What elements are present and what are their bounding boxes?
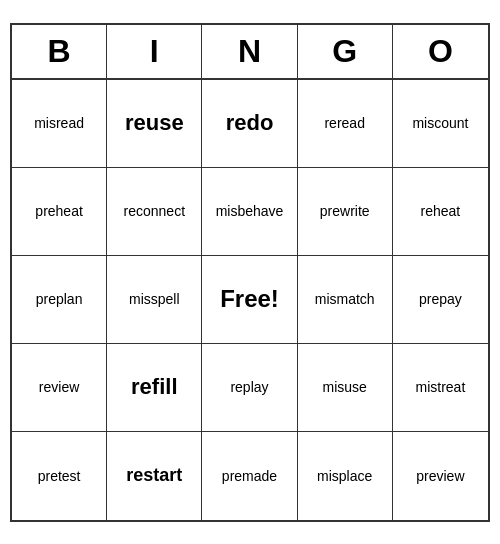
bingo-cell: restart	[107, 432, 202, 520]
bingo-cell: misuse	[298, 344, 393, 432]
bingo-cell: miscount	[393, 80, 488, 168]
header-letter: O	[393, 25, 488, 78]
bingo-grid: misreadreuseredorereadmiscountpreheatrec…	[12, 80, 488, 520]
bingo-cell: review	[12, 344, 107, 432]
bingo-cell: refill	[107, 344, 202, 432]
bingo-cell: preheat	[12, 168, 107, 256]
bingo-cell: misspell	[107, 256, 202, 344]
bingo-cell: mismatch	[298, 256, 393, 344]
bingo-cell: preview	[393, 432, 488, 520]
bingo-cell: misplace	[298, 432, 393, 520]
bingo-cell: misread	[12, 80, 107, 168]
bingo-cell: prepay	[393, 256, 488, 344]
bingo-cell: prewrite	[298, 168, 393, 256]
bingo-cell: pretest	[12, 432, 107, 520]
bingo-cell: Free!	[202, 256, 297, 344]
bingo-cell: premade	[202, 432, 297, 520]
bingo-card: BINGO misreadreuseredorereadmiscountpreh…	[10, 23, 490, 522]
bingo-cell: reconnect	[107, 168, 202, 256]
bingo-cell: reheat	[393, 168, 488, 256]
header-letter: I	[107, 25, 202, 78]
header-letter: G	[298, 25, 393, 78]
bingo-cell: misbehave	[202, 168, 297, 256]
header-letter: N	[202, 25, 297, 78]
bingo-cell: reread	[298, 80, 393, 168]
bingo-cell: replay	[202, 344, 297, 432]
bingo-cell: reuse	[107, 80, 202, 168]
bingo-header: BINGO	[12, 25, 488, 80]
bingo-cell: redo	[202, 80, 297, 168]
bingo-cell: mistreat	[393, 344, 488, 432]
bingo-cell: preplan	[12, 256, 107, 344]
header-letter: B	[12, 25, 107, 78]
